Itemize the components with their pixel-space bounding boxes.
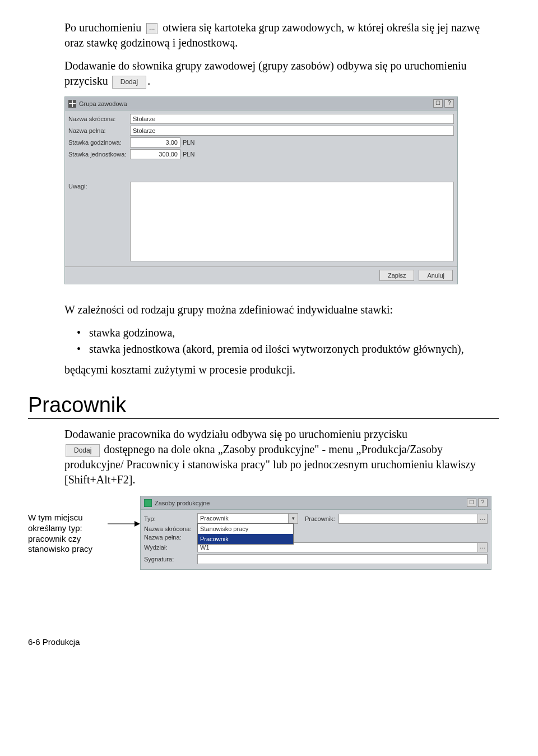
textarea-uwagi[interactable]	[130, 182, 454, 261]
dodaj-button[interactable]: Dodaj	[112, 76, 146, 88]
bullet-list: stawka godzinowa, stawka jednostkowa (ak…	[77, 325, 499, 357]
input-nazwa-skrocona[interactable]: Stolarze	[130, 114, 454, 124]
bullet-stawka-godzinowa: stawka godzinowa,	[77, 325, 499, 340]
label-typ: Typ:	[144, 515, 197, 522]
para1-text-a: Po uruchomieniu	[64, 21, 141, 34]
window2-help-icon[interactable]: ?	[478, 499, 488, 507]
callout-text: W tym miejscu określamy typ: pracownik c…	[28, 496, 106, 555]
window-help-icon[interactable]: ?	[444, 99, 454, 108]
input-stawka-jednostkowa[interactable]: 300,00	[130, 149, 180, 159]
paragraph-2: Dodawanie do słownika grupy zawodowej (g…	[64, 58, 499, 89]
input-pracownik[interactable]: …	[338, 514, 488, 524]
grid-icon	[68, 100, 76, 108]
para5-text-b: dostępnego na dole okna „Zasoby produkcy…	[64, 443, 476, 486]
window2-titlebar: Zasoby produkcyjne ☐ ?	[141, 496, 491, 510]
unit-pln-2: PLN	[183, 151, 194, 158]
resource-icon	[144, 499, 152, 507]
dropdown-option-stanowisko[interactable]: Stanowisko pracy	[198, 524, 293, 534]
unit-pln-1: PLN	[183, 139, 194, 146]
anuluj-button[interactable]: Anuluj	[419, 270, 453, 281]
window2-tool-icon[interactable]: ☐	[467, 499, 476, 507]
label-stawka-jednostkowa: Stawka jednostkowa:	[68, 151, 130, 158]
dropdown-typ-value: Pracownik	[200, 515, 229, 522]
dodaj-button-2[interactable]: Dodaj	[66, 444, 100, 457]
label-nazwa-skrocona: Nazwa skrócona:	[68, 116, 130, 122]
grupa-zawodowa-window: Grupa zawodowa ☐ ? Nazwa skrócona: Stola…	[64, 96, 458, 284]
svg-marker-1	[134, 521, 140, 527]
dots-button-icon[interactable]: …	[146, 23, 157, 34]
dots-icon-2[interactable]: …	[477, 543, 487, 552]
dropdown-typ[interactable]: Pracownik ▾ Stanowisko pracy Pracownik	[197, 513, 298, 524]
input-stawka-godzinowa[interactable]: 3,00	[130, 137, 180, 147]
paragraph-5: Dodawanie pracownika do wydziału odbywa …	[64, 427, 499, 487]
page-footer: 6-6 Produkcja	[28, 637, 499, 647]
heading-pracownik: Pracownik	[28, 393, 499, 419]
input-nazwa-pelna[interactable]: Stolarze	[130, 126, 454, 136]
dropdown-option-pracownik[interactable]: Pracownik	[198, 534, 293, 544]
label-sygnatura: Sygnatura:	[144, 556, 197, 563]
window-titlebar: Grupa zawodowa ☐ ?	[65, 97, 457, 110]
label2-nazwa-skrocona: Nazwa skrócona:	[144, 525, 197, 532]
para5-text-a: Dodawanie pracownika do wydziału odbywa …	[64, 428, 407, 440]
dropdown-typ-list: Stanowisko pracy Pracownik	[197, 523, 294, 545]
paragraph-4: będącymi kosztami zużytymi w procesie pr…	[64, 362, 499, 377]
zasoby-produkcyjne-window: Zasoby produkcyjne ☐ ? Typ: Pracownik ▾ …	[140, 496, 491, 570]
window-title: Grupa zawodowa	[79, 100, 127, 107]
label-uwagi: Uwagi:	[68, 182, 130, 190]
period: .	[147, 75, 150, 87]
dots-icon[interactable]: …	[477, 514, 487, 523]
label-pracownik: Pracownik:	[305, 515, 335, 522]
chevron-down-icon[interactable]: ▾	[288, 514, 298, 523]
label-wydzial: Wydział:	[144, 544, 197, 551]
zapisz-button[interactable]: Zapisz	[379, 270, 414, 281]
value-wydzial: W1	[198, 544, 210, 551]
window2-title: Zasoby produkcyjne	[155, 500, 210, 506]
paragraph-1: Po uruchomieniu … otwiera się kartoteka …	[64, 20, 499, 50]
callout-arrow-icon	[106, 496, 140, 529]
label2-nazwa-pelna: Nazwa pełna:	[144, 534, 197, 541]
input-sygnatura[interactable]	[197, 554, 488, 564]
paragraph-3: W zależności od rodzaju grupy można zdef…	[64, 302, 499, 317]
window-tool-icon[interactable]: ☐	[433, 99, 443, 108]
label-nazwa-pelna: Nazwa pełna:	[68, 127, 130, 134]
bullet-stawka-jednostkowa: stawka jednostkowa (akord, premia od ilo…	[77, 342, 499, 357]
label-stawka-godzinowa: Stawka godzinowa:	[68, 139, 130, 146]
